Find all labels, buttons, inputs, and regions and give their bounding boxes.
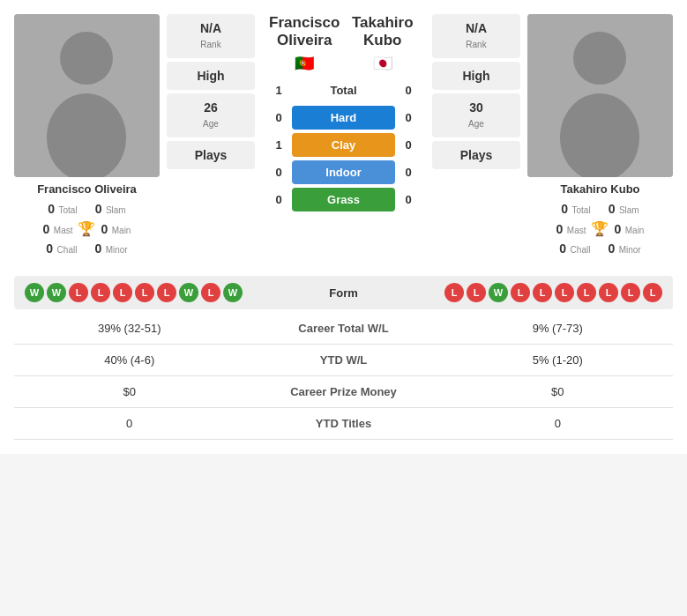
stat-right-val: 0 <box>443 408 673 440</box>
form-badge-left: W <box>25 283 44 302</box>
total-right-score: 0 <box>395 84 422 97</box>
form-badge-right: L <box>621 283 640 302</box>
grass-label: Grass <box>292 188 395 212</box>
center-column: Francisco Oliveira 🇵🇹 Takahiro Kubo 🇯🇵 1… <box>265 14 422 265</box>
left-stat-mast: 0 Mast <box>43 221 73 237</box>
form-badge-left: L <box>201 283 220 302</box>
form-badge-left: W <box>47 283 66 302</box>
right-name-center: Takahiro Kubo 🇯🇵 <box>344 14 422 73</box>
left-player-name: Francisco Oliveira <box>14 182 160 196</box>
stat-right-val: $0 <box>443 376 673 408</box>
form-badge-left: L <box>91 283 110 302</box>
form-badge-left: L <box>135 283 154 302</box>
total-label: Total <box>292 78 395 102</box>
stat-left-val: $0 <box>14 376 244 408</box>
stats-row: 40% (4-6) YTD W/L 5% (1-20) <box>14 345 673 376</box>
form-badge-right: L <box>511 283 530 302</box>
right-stat-mast: 0 Mast <box>556 221 586 237</box>
stat-center-label: YTD Titles <box>244 408 442 440</box>
right-stat-minor: 0 Minor <box>608 241 640 256</box>
surface-row-hard: 0 Hard 0 <box>265 106 422 130</box>
grass-right-score: 0 <box>395 193 422 206</box>
right-stat-main: 0 Main <box>614 221 644 237</box>
left-player-avatar <box>14 14 160 177</box>
right-player-card: Takahiro Kubo 0 Total 0 Slam 0 Mast <box>527 14 673 265</box>
left-stat-chall: 0 Chall <box>46 241 77 256</box>
surface-row-grass: 0 Grass 0 <box>265 188 422 212</box>
form-badge-right: L <box>467 283 486 302</box>
stat-left-val: 0 <box>14 408 244 440</box>
left-form-badges: WWLLLLLWLW <box>25 283 243 302</box>
right-trophy-icon: 🏆 <box>591 220 609 237</box>
right-form-badges: LLWLLLLLLL <box>444 283 662 302</box>
stats-row: 0 YTD Titles 0 <box>14 408 673 440</box>
right-player-name: Takahiro Kubo <box>527 182 673 196</box>
grass-left-score: 0 <box>265 193 292 206</box>
right-trophy-row: 0 Mast 🏆 0 Main <box>527 220 673 237</box>
left-flag: 🇵🇹 <box>265 54 344 73</box>
left-player-card: Francisco Oliveira 0 Total 0 Slam 0 Mast <box>14 14 160 265</box>
form-badge-right: L <box>643 283 662 302</box>
form-badge-right: L <box>444 283 464 302</box>
left-plays-block: Plays <box>167 141 255 169</box>
stats-row: 39% (32-51) Career Total W/L 9% (7-73) <box>14 313 673 345</box>
right-flag: 🇯🇵 <box>344 54 422 73</box>
right-stat-chall: 0 Chall <box>559 241 590 256</box>
right-plays-block: Plays <box>432 141 520 169</box>
hard-right-score: 0 <box>395 111 422 124</box>
bottom-stats-table: 39% (32-51) Career Total W/L 9% (7-73) 4… <box>14 313 673 440</box>
indoor-label: Indoor <box>292 160 395 184</box>
clay-label: Clay <box>292 133 395 157</box>
form-badge-left: L <box>113 283 132 302</box>
left-name-center: Francisco Oliveira 🇵🇹 <box>265 14 344 73</box>
indoor-left-score: 0 <box>265 166 292 179</box>
clay-left-score: 1 <box>265 138 292 152</box>
stat-center-label: Career Total W/L <box>244 313 442 345</box>
left-mid-stats: N/A Rank High 26 Age Plays <box>167 14 255 265</box>
surface-row-indoor: 0 Indoor 0 <box>265 160 422 184</box>
names-header: Francisco Oliveira 🇵🇹 Takahiro Kubo 🇯🇵 <box>265 14 422 73</box>
stat-left-val: 40% (4-6) <box>14 345 244 376</box>
form-badge-right: W <box>489 283 508 302</box>
surface-row-total: 1 Total 0 <box>265 78 422 102</box>
clay-right-score: 0 <box>395 138 422 152</box>
stat-left-val: 39% (32-51) <box>14 313 244 345</box>
left-trophy-row: 0 Mast 🏆 0 Main <box>14 220 160 237</box>
left-rank-block: N/A Rank <box>167 14 255 58</box>
right-player-avatar <box>527 14 673 177</box>
svg-point-1 <box>60 32 113 85</box>
form-badge-right: L <box>555 283 574 302</box>
form-section: WWLLLLLWLW Form LLWLLLLLLL <box>14 276 673 309</box>
stat-right-val: 9% (7-73) <box>443 313 673 345</box>
left-stat-slam: 0 Slam <box>95 201 126 217</box>
form-badge-right: L <box>577 283 596 302</box>
left-age-block: 26 Age <box>167 93 255 137</box>
total-left-score: 1 <box>265 84 292 97</box>
right-rank-block: N/A Rank <box>432 14 520 58</box>
left-stat-main: 0 Main <box>101 221 131 237</box>
form-badge-left: L <box>69 283 88 302</box>
left-trophy-icon: 🏆 <box>78 220 95 237</box>
right-high-block: High <box>432 62 520 90</box>
form-badge-left: L <box>157 283 176 302</box>
left-stat-minor: 0 Minor <box>94 241 127 256</box>
form-badge-left: W <box>223 283 243 302</box>
stat-right-val: 5% (1-20) <box>443 345 673 376</box>
right-mid-stats: N/A Rank High 30 Age Plays <box>432 14 520 265</box>
left-high-block: High <box>167 62 255 90</box>
form-badge-left: W <box>179 283 198 302</box>
stats-row: $0 Career Prize Money $0 <box>14 376 673 408</box>
svg-point-4 <box>573 32 626 85</box>
indoor-right-score: 0 <box>395 166 422 179</box>
right-stat-total: 0 Total <box>561 201 590 217</box>
form-badge-right: L <box>599 283 618 302</box>
stat-center-label: Career Prize Money <box>244 376 442 408</box>
hard-left-score: 0 <box>265 111 292 124</box>
surface-row-clay: 1 Clay 0 <box>265 133 422 157</box>
hard-label: Hard <box>292 106 395 130</box>
form-label: Form <box>329 286 358 300</box>
form-badge-right: L <box>533 283 552 302</box>
left-stat-total: 0 Total <box>48 201 77 217</box>
surface-rows: 1 Total 0 0 Hard 0 1 Clay 0 0 <box>265 78 422 212</box>
right-age-block: 30 Age <box>432 93 520 137</box>
